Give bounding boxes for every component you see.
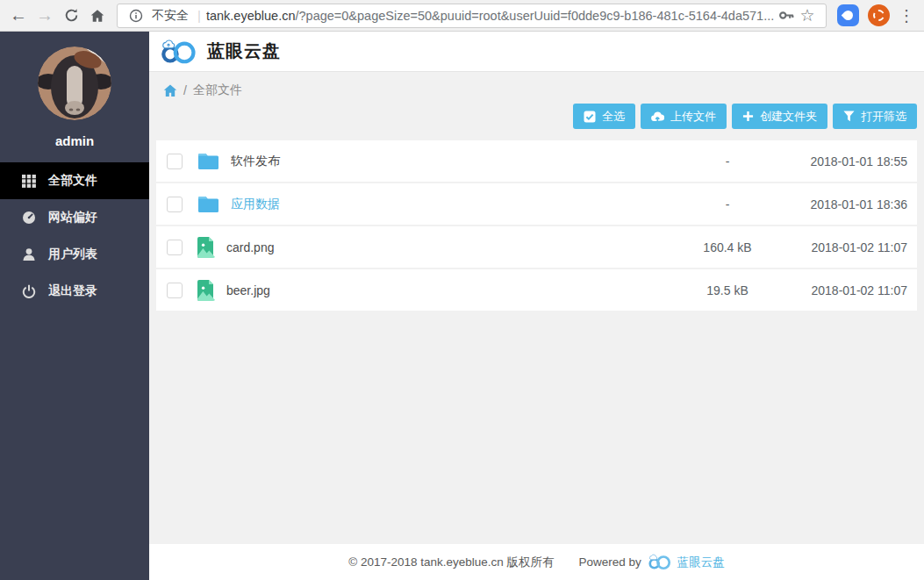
file-row[interactable]: 应用数据 - 2018-01-01 18:36 — [156, 183, 917, 225]
file-name-link[interactable]: beer.jpg — [226, 283, 678, 297]
select-all-button[interactable]: 全选 — [573, 104, 635, 129]
url-domain: tank.eyeblue.cn — [206, 9, 296, 23]
sidebar-item-label: 全部文件 — [48, 173, 97, 189]
grid-icon — [22, 174, 36, 188]
file-size: - — [678, 197, 777, 211]
app-header: 蓝眼云盘 — [149, 32, 924, 72]
forward-icon[interactable]: → — [32, 3, 58, 29]
sidebar-item-logout[interactable]: 退出登录 — [0, 273, 149, 310]
user-icon — [22, 247, 36, 261]
user-avatar[interactable] — [38, 47, 111, 120]
folder-icon — [197, 196, 219, 213]
file-date: 2018-01-02 11:07 — [777, 283, 917, 297]
address-bar[interactable]: 不安全 | tank.eyeblue.cn/?page=0&pageSize=5… — [117, 4, 827, 28]
power-icon — [22, 284, 36, 298]
upload-file-label: 上传文件 — [670, 109, 716, 125]
url-text: tank.eyeblue.cn/?page=0&pageSize=50&puui… — [206, 9, 776, 23]
file-size: 19.5 kB — [678, 283, 777, 297]
username-label: admin — [0, 133, 149, 148]
open-filter-button[interactable]: 打开筛选 — [833, 104, 917, 129]
security-label: 不安全 — [152, 8, 189, 24]
powered-by: Powered by 蓝眼云盘 — [579, 554, 725, 570]
file-name-link[interactable]: 软件发布 — [231, 154, 678, 169]
file-row[interactable]: beer.jpg 19.5 kB 2018-01-02 11:07 — [156, 269, 917, 311]
file-name-link[interactable]: card.png — [226, 240, 678, 254]
image-file-icon — [197, 280, 215, 301]
breadcrumb: / 全部文件 — [149, 72, 924, 104]
file-name-link[interactable]: 应用数据 — [231, 197, 678, 212]
sidebar: admin 全部文件 网站偏好 用户列表 — [0, 32, 149, 580]
content-area: / 全部文件 全选 上传文件 — [149, 72, 924, 544]
sidebar-item-all-files[interactable]: 全部文件 — [0, 162, 149, 199]
select-all-label: 全选 — [602, 109, 625, 125]
app-logo-icon — [160, 39, 197, 65]
sidebar-item-label: 退出登录 — [48, 283, 97, 299]
sidebar-item-label: 网站偏好 — [48, 210, 97, 226]
file-date: 2018-01-02 11:07 — [777, 240, 917, 254]
powered-by-label: Powered by — [579, 555, 641, 569]
file-size: 160.4 kB — [678, 240, 777, 254]
footer: © 2017-2018 tank.eyeblue.cn 版权所有 Powered… — [149, 544, 924, 580]
info-icon[interactable] — [125, 5, 147, 26]
home-icon[interactable] — [84, 3, 111, 29]
saved-password-key-icon[interactable] — [776, 5, 797, 26]
extension-orange-icon[interactable] — [868, 4, 890, 26]
upload-file-button[interactable]: 上传文件 — [641, 104, 727, 129]
brand-link[interactable]: 蓝眼云盘 — [677, 555, 725, 570]
sidebar-item-user-list[interactable]: 用户列表 — [0, 236, 149, 273]
goat-avatar-image — [38, 47, 111, 120]
extension-blue-icon[interactable] — [837, 4, 859, 26]
omnibox-divider: | — [197, 8, 201, 23]
open-filter-label: 打开筛选 — [861, 109, 906, 125]
breadcrumb-home-icon[interactable] — [163, 84, 177, 97]
browser-toolbar: ← → 不安全 | tank.eyeblue.cn/?page=0&pageSi… — [0, 0, 924, 32]
row-checkbox[interactable] — [167, 154, 183, 169]
footer-logo-icon — [648, 554, 671, 570]
bookmark-star-icon[interactable]: ☆ — [797, 5, 818, 26]
create-folder-button[interactable]: 创建文件夹 — [732, 104, 827, 129]
file-row[interactable]: card.png 160.4 kB 2018-01-02 11:07 — [156, 226, 917, 268]
app-frame: admin 全部文件 网站偏好 用户列表 — [0, 32, 924, 580]
row-checkbox[interactable] — [167, 197, 183, 212]
file-row[interactable]: 软件发布 - 2018-01-01 18:55 — [156, 140, 917, 182]
image-file-icon — [197, 237, 215, 258]
plus-icon — [742, 111, 754, 122]
row-checkbox[interactable] — [167, 283, 183, 298]
back-icon[interactable]: ← — [5, 3, 32, 29]
sidebar-item-site-preferences[interactable]: 网站偏好 — [0, 199, 149, 236]
browser-menu-icon[interactable]: ⋮ — [894, 6, 919, 25]
check-square-icon — [584, 111, 596, 123]
file-date: 2018-01-01 18:36 — [777, 197, 917, 211]
sidebar-item-label: 用户列表 — [48, 247, 97, 262]
row-checkbox[interactable] — [167, 240, 183, 255]
cloud-upload-icon — [651, 111, 664, 122]
file-size: - — [678, 154, 777, 168]
breadcrumb-current: 全部文件 — [193, 82, 242, 98]
filter-icon — [843, 111, 855, 122]
copyright-text: © 2017-2018 tank.eyeblue.cn 版权所有 — [348, 555, 554, 570]
action-toolbar: 全选 上传文件 创建文件夹 — [149, 104, 924, 140]
page-title: 蓝眼云盘 — [207, 39, 281, 63]
main-area: 蓝眼云盘 / 全部文件 全选 — [149, 32, 924, 580]
dashboard-icon — [22, 211, 36, 225]
create-folder-label: 创建文件夹 — [760, 109, 817, 125]
folder-icon — [197, 153, 219, 170]
file-list: 软件发布 - 2018-01-01 18:55 应用数据 - 2018-01-0… — [156, 140, 917, 311]
url-path: /?page=0&pageSize=50&puuid=root&userUuid… — [295, 9, 774, 23]
refresh-icon[interactable] — [58, 3, 84, 29]
file-date: 2018-01-01 18:55 — [777, 154, 917, 168]
breadcrumb-separator: / — [183, 83, 187, 97]
